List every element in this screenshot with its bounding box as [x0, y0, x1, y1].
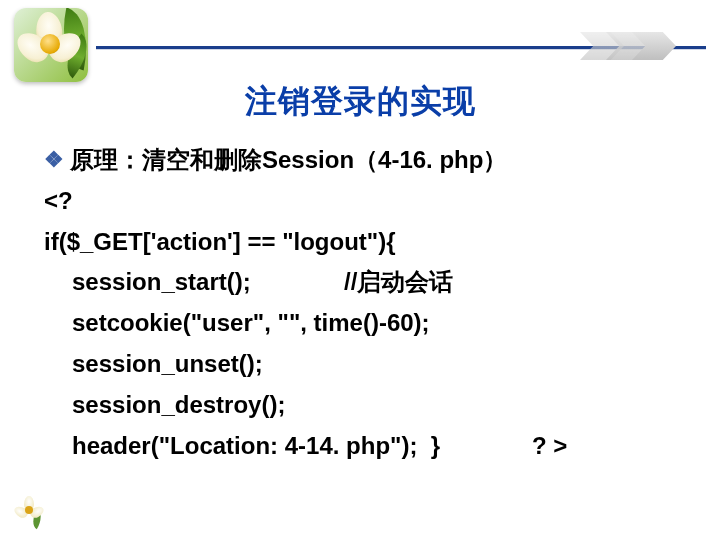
slide: 注销登录的实现 ❖ 原理：清空和删除Session（4-16. php） <? … [0, 0, 720, 540]
code-line-7-right: ? > [532, 426, 567, 467]
flower-badge-icon [14, 8, 88, 82]
flower-mini-icon [14, 496, 44, 526]
code-line-6: session_destroy(); [44, 385, 680, 426]
code-line-1: <? [44, 181, 680, 222]
bullet-item: ❖ 原理：清空和删除Session（4-16. php） [44, 140, 680, 181]
code-line-4: setcookie("user", "", time()-60); [44, 303, 680, 344]
bullet-text: 原理：清空和删除Session（4-16. php） [70, 140, 507, 181]
slide-body: ❖ 原理：清空和删除Session（4-16. php） <? if($_GET… [44, 140, 680, 466]
diamond-bullet-icon: ❖ [44, 140, 64, 180]
chevron-stack-icon [580, 32, 700, 62]
code-line-3-comment: //启动会话 [344, 262, 453, 303]
slide-title: 注销登录的实现 [0, 80, 720, 124]
code-line-2: if($_GET['action'] == "logout"){ [44, 222, 680, 263]
code-line-3-left: session_start(); [72, 262, 344, 303]
code-line-7-left: header("Location: 4-14. php"); } [72, 426, 532, 467]
code-line-5: session_unset(); [44, 344, 680, 385]
code-line-7: header("Location: 4-14. php"); } ? > [44, 426, 680, 467]
code-line-3: session_start(); //启动会话 [44, 262, 680, 303]
